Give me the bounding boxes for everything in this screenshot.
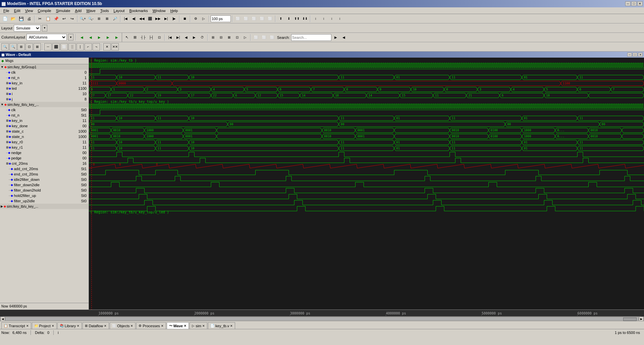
- open-button[interactable]: 📂: [9, 15, 17, 22]
- scroll-right-btn[interactable]: ▶: [639, 317, 644, 321]
- wave-btn-a[interactable]: ⬜: [252, 34, 260, 41]
- objects-close[interactable]: ✕: [130, 324, 133, 328]
- insert-btn[interactable]: ▷: [241, 34, 249, 41]
- signal-idle2fdown[interactable]: ─ ◆ idle2filter_down St0: [0, 177, 89, 182]
- tb-btn-f[interactable]: ⬆: [277, 15, 284, 22]
- prev-cursor-btn[interactable]: ◀: [182, 34, 190, 41]
- menu-edit[interactable]: Edit: [12, 8, 22, 13]
- save-button[interactable]: 💾: [17, 15, 25, 22]
- print-button[interactable]: 🖨: [25, 15, 33, 22]
- tb-btn-k[interactable]: ↕: [320, 15, 327, 22]
- signal-addcnt[interactable]: ─ ◆ add_cnt_20ms St1: [0, 166, 89, 171]
- signal-rst-1[interactable]: ─ ◆ rst_n 1: [0, 75, 89, 80]
- signal-keyin-2[interactable]: ⊞ ◆ key_in 11: [0, 118, 89, 123]
- statec-expand[interactable]: ⊞: [6, 130, 9, 133]
- tab-wave[interactable]: 〜 Wave ✕: [167, 322, 189, 329]
- transcript-close[interactable]: ✕: [26, 324, 29, 328]
- group1-header[interactable]: ▼ ◆ sim:/key_tb/Group1: [0, 64, 89, 70]
- signal-fdown2hold[interactable]: ─ ◆ filter_down2hold St0: [0, 188, 89, 193]
- tab-processes[interactable]: ⚙ Processes ✕: [136, 322, 166, 329]
- led-expand[interactable]: ⊞: [6, 87, 9, 90]
- menu-add[interactable]: Add: [73, 8, 84, 13]
- search-back-btn[interactable]: ◀: [340, 34, 347, 41]
- zoom-in-wave[interactable]: ┤├: [140, 34, 147, 41]
- signal-keyr1[interactable]: ⊞ ◆ key_r1 11: [0, 145, 89, 150]
- wave-btn-b[interactable]: ⬜: [260, 34, 268, 41]
- maximize-button[interactable]: □: [631, 1, 637, 6]
- sig-del2-btn[interactable]: ✕✕: [111, 43, 119, 51]
- sig-wave-a[interactable]: ─: [44, 43, 52, 51]
- group2-header[interactable]: ▼ ◆ sim:/key_tb/u_key_...: [0, 102, 89, 107]
- sig-zoom-a[interactable]: ⊡: [25, 43, 33, 51]
- expand-btn[interactable]: ⊞: [209, 34, 217, 41]
- tb-btn-h[interactable]: ⬆⬆: [293, 15, 301, 22]
- layout-select[interactable]: Simulate Default Debug: [14, 25, 41, 31]
- menu-bookmarks[interactable]: Bookmarks: [127, 8, 150, 13]
- run-all-button[interactable]: ▶▶: [154, 15, 162, 22]
- j-expand[interactable]: ⊞: [6, 97, 9, 101]
- sig-wave-f[interactable]: ⌐: [85, 43, 92, 51]
- new-button[interactable]: 📄: [1, 15, 9, 22]
- signal-clk-2[interactable]: ─ ◆ clk St0: [0, 107, 89, 113]
- search-go-btn[interactable]: ▶: [332, 34, 339, 41]
- cnt20ms-expand[interactable]: ⊞: [6, 162, 9, 165]
- zoom-fit-button[interactable]: ⊞: [95, 15, 103, 22]
- sig-wave-d[interactable]: ░: [68, 43, 76, 51]
- tab-dataflow[interactable]: ⊞ Dataflow ✕: [83, 322, 109, 329]
- library-close[interactable]: ✕: [77, 324, 79, 328]
- keyin1-expand[interactable]: ⊞: [6, 81, 9, 85]
- compile-all-button[interactable]: ⚙: [192, 15, 199, 22]
- layout-dropdown-arrow[interactable]: ▼: [42, 25, 47, 31]
- search-input[interactable]: [291, 34, 331, 41]
- scroll-left-btn[interactable]: ◀: [0, 317, 5, 321]
- collapse-btn[interactable]: ⊟: [217, 34, 225, 41]
- tb-btn-b[interactable]: ⬜: [242, 15, 250, 22]
- signal-keyr0[interactable]: ⊞ ◆ key_r0 11: [0, 139, 89, 145]
- col-btn-a[interactable]: ◀: [78, 33, 86, 41]
- keydone-expand[interactable]: ⊞: [6, 124, 9, 128]
- signal-fdown2idle[interactable]: ─ ◆ filter_down2idle St0: [0, 182, 89, 188]
- sig-wave-g[interactable]: ¬: [93, 43, 100, 51]
- keyr0-expand[interactable]: ⊞: [6, 140, 9, 144]
- tab-objects[interactable]: ⬜ Objects ✕: [110, 322, 136, 329]
- undo-button[interactable]: ↩: [60, 15, 68, 22]
- next-edge-btn[interactable]: ▶|: [174, 34, 182, 41]
- signal-endcnt[interactable]: ─ ◆ end_cnt_20ms St0: [0, 171, 89, 177]
- next-cursor-btn[interactable]: ▶: [191, 34, 198, 41]
- keyin2-expand[interactable]: ⊞: [6, 119, 9, 122]
- sig-zoom-full[interactable]: ⊞: [17, 43, 25, 51]
- col-btn-e[interactable]: ▶: [113, 33, 120, 41]
- tb-btn-a[interactable]: ⬜: [234, 15, 241, 22]
- processes-close[interactable]: ✕: [161, 324, 164, 328]
- col-btn-b[interactable]: ◀: [87, 33, 94, 41]
- ungroup-btn[interactable]: ⊡: [233, 34, 241, 41]
- signal-j[interactable]: ⊞ ◆ j 8: [0, 96, 89, 102]
- sig-zoom-in[interactable]: 🔍: [1, 43, 9, 51]
- close-button[interactable]: ✕: [637, 1, 643, 6]
- zoom-in-button[interactable]: 🔍+: [79, 15, 87, 22]
- step-back-button[interactable]: ◀|: [130, 15, 138, 22]
- tab-library[interactable]: 📚 Library ✕: [57, 322, 82, 329]
- sim-close[interactable]: ✕: [202, 324, 205, 328]
- staten-expand[interactable]: ⊞: [6, 135, 9, 138]
- tab-transcript[interactable]: 📋 Transcript ✕: [1, 322, 31, 329]
- break-button[interactable]: ⬛: [146, 15, 154, 22]
- menu-tools[interactable]: Tools: [98, 8, 111, 13]
- tb-btn-l[interactable]: ↕: [328, 15, 335, 22]
- tb-btn-e[interactable]: ⬜: [266, 15, 274, 22]
- paste-button[interactable]: 📌: [52, 15, 60, 22]
- minimize-button[interactable]: ─: [625, 1, 631, 6]
- tb-btn-c[interactable]: ⬜: [250, 15, 258, 22]
- wave-btn-c[interactable]: ⬜: [268, 34, 276, 41]
- wave-minimize-btn[interactable]: ─: [627, 53, 632, 57]
- zoom-fit-wave[interactable]: ⊡: [156, 34, 163, 41]
- signal-cnt20ms[interactable]: ⊞ ◆ cnt_20ms 16: [0, 161, 89, 166]
- zoom-cursor-btn[interactable]: ⊞: [131, 34, 139, 41]
- tb-btn-m[interactable]: ↕: [336, 15, 343, 22]
- col-btn-d[interactable]: ▶: [104, 33, 112, 41]
- menu-file[interactable]: File: [1, 8, 11, 13]
- signal-keydone[interactable]: ⊞ ◆ key_done 00: [0, 123, 89, 129]
- step-button[interactable]: |▶: [170, 15, 178, 22]
- signal-nedge[interactable]: ─ ◆ nedge 00: [0, 150, 89, 155]
- restart-button[interactable]: |◀: [122, 15, 129, 22]
